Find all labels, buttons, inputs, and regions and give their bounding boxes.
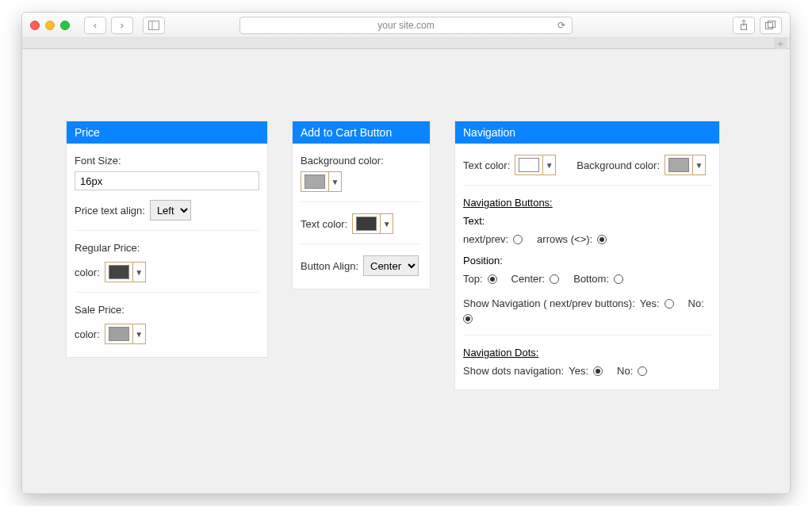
browser-window: ‹ › your site.com ⟳ + Price — [21, 12, 791, 494]
share-button[interactable] — [733, 17, 755, 34]
sale-price-label: Sale Price: — [75, 304, 259, 316]
cart-bg-label: Background color: — [301, 155, 384, 167]
svg-rect-0 — [149, 21, 159, 29]
nav-bg-swatch — [668, 158, 689, 172]
cart-bg-swatch — [304, 174, 325, 189]
cart-text-picker[interactable]: ▼ — [352, 213, 393, 234]
price-align-select[interactable]: Left — [150, 200, 191, 220]
dropdown-icon: ▼ — [132, 324, 145, 343]
pos-center-label: Center: — [511, 273, 546, 285]
dropdown-icon: ▼ — [692, 155, 705, 174]
arrows-radio[interactable] — [597, 235, 607, 244]
nav-bg-label: Background color: — [576, 159, 660, 171]
svg-rect-5 — [768, 21, 776, 27]
forward-button[interactable]: › — [111, 17, 133, 34]
pos-bottom-label: Bottom: — [573, 273, 609, 285]
font-size-label: Font Size: — [75, 155, 121, 167]
nav-dots-header: Navigation Dots: — [463, 347, 711, 359]
pos-bottom-radio[interactable] — [614, 274, 623, 284]
navigation-panel: Navigation Text color: ▼ Background colo… — [454, 121, 720, 390]
nav-buttons-header: Navigation Buttons: — [463, 197, 711, 209]
page-content: Price Font Size: Price text align: Left … — [22, 49, 790, 493]
svg-rect-4 — [766, 22, 773, 29]
sidebar-button[interactable] — [143, 17, 165, 34]
nav-textcolor-swatch — [519, 158, 539, 172]
cart-align-label: Button Align: — [301, 260, 358, 272]
tabs-button[interactable] — [760, 17, 782, 34]
dropdown-icon: ▼ — [380, 214, 393, 233]
nav-textcolor-picker[interactable]: ▼ — [515, 155, 556, 175]
pos-top-radio[interactable] — [488, 274, 497, 284]
reload-icon[interactable]: ⟳ — [557, 20, 565, 31]
address-bar[interactable]: your site.com ⟳ — [239, 17, 573, 34]
cart-text-swatch — [356, 217, 377, 231]
fullscreen-window-icon[interactable] — [60, 21, 70, 30]
font-size-input[interactable] — [75, 171, 259, 190]
back-button[interactable]: ‹ — [84, 17, 106, 34]
dropdown-icon: ▼ — [542, 155, 555, 174]
show-nav-label: Show Navigation ( next/prev buttons): — [463, 297, 635, 309]
sale-color-picker[interactable]: ▼ — [105, 324, 146, 344]
minimize-window-icon[interactable] — [45, 21, 55, 30]
show-nav-no-radio[interactable] — [463, 314, 473, 324]
regular-price-label: Regular Price: — [75, 242, 259, 254]
dropdown-icon: ▼ — [132, 263, 145, 282]
position-header: Position: — [463, 255, 711, 267]
navigation-panel-header: Navigation — [455, 121, 719, 144]
show-dots-no-radio[interactable] — [638, 366, 647, 376]
show-dots-yes-radio[interactable] — [593, 366, 603, 376]
dropdown-icon: ▼ — [328, 172, 341, 191]
show-nav-no-label: No: — [688, 297, 704, 309]
tab-strip: + — [22, 38, 790, 49]
nextprev-radio[interactable] — [513, 235, 523, 244]
nav-textcolor-label: Text color: — [463, 159, 510, 171]
pos-center-radio[interactable] — [550, 274, 559, 284]
show-dots-no-label: No: — [617, 365, 633, 377]
price-panel: Price Font Size: Price text align: Left … — [66, 121, 268, 358]
new-tab-button[interactable]: + — [774, 38, 787, 49]
show-dots-label: Show dots navigation: — [463, 365, 564, 377]
nav-text-header: Text: — [463, 215, 711, 227]
pos-top-label: Top: — [463, 273, 483, 285]
close-window-icon[interactable] — [30, 21, 40, 30]
cart-text-label: Text color: — [301, 218, 347, 230]
sale-color-label: color: — [75, 328, 100, 340]
window-controls — [30, 21, 70, 30]
cart-bg-picker[interactable]: ▼ — [301, 171, 342, 192]
regular-color-picker[interactable]: ▼ — [105, 262, 146, 282]
regular-color-label: color: — [75, 267, 100, 278]
price-panel-header: Price — [67, 121, 267, 144]
cart-align-select[interactable]: Center — [363, 255, 419, 276]
url-text: your site.com — [377, 20, 434, 31]
nav-bg-picker[interactable]: ▼ — [665, 155, 706, 175]
arrows-label: arrows (<>): — [537, 233, 592, 245]
sale-color-swatch — [109, 327, 129, 341]
browser-titlebar: ‹ › your site.com ⟳ — [22, 13, 790, 38]
nextprev-label: next/prev: — [463, 233, 508, 245]
show-nav-yes-label: Yes: — [640, 297, 660, 309]
show-nav-yes-radio[interactable] — [665, 299, 674, 309]
regular-color-swatch — [109, 265, 129, 279]
cart-panel: Add to Cart Button Background color: ▼ T… — [292, 121, 431, 290]
price-align-label: Price text align: — [75, 205, 145, 217]
show-dots-yes-label: Yes: — [569, 365, 588, 377]
cart-panel-header: Add to Cart Button — [293, 121, 430, 144]
